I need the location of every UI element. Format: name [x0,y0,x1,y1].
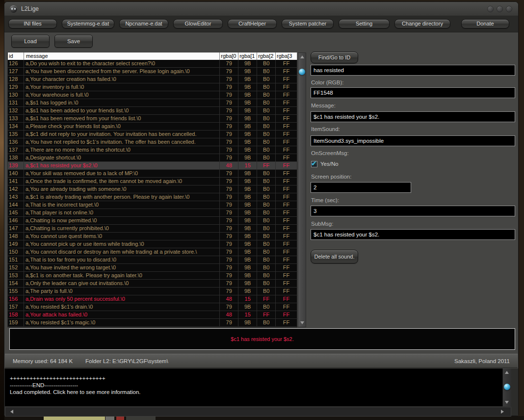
save-button[interactable]: Save [54,35,93,48]
table-row[interactable]: 146a,Chatting is now permitted.\0799BB0F… [8,217,297,225]
scroll-thumb[interactable] [299,69,305,75]
cell-rgba3: FF [276,288,297,295]
table-row[interactable]: 150a,You cannot discard or destroy an it… [8,248,297,256]
cell-rgba0: 79 [220,123,238,130]
cell-id: 128 [8,76,24,83]
search-input[interactable] [311,65,515,76]
table-row[interactable]: 128a,Your character creation has failed.… [8,76,297,83]
column-header-rgba0[interactable]: rgba[0 [220,52,238,60]
scroll-right-arrow-icon[interactable] [501,410,504,414]
tab-systemmsg[interactable]: Systemmsg-e.dat [62,19,114,28]
table-row[interactable]: 137a,There are no more items in the shor… [8,146,297,154]
cell-id: 141 [8,178,24,185]
onscreenmsg-checkbox[interactable] [311,161,317,167]
tab-gloweditor[interactable]: GlowEditor [173,19,223,28]
table-row[interactable]: 133a,$s1 has been removed from your frie… [8,115,297,123]
table-row[interactable]: 148a,You cannot use quest items.\0799BB0… [8,233,297,240]
table-row[interactable]: 136a,You have not replied to $c1's invit… [8,138,297,146]
cell-id: 127 [8,68,24,75]
column-header-rgba3[interactable]: rgba[3 [276,52,297,60]
table-row[interactable]: 141a,Once the trade is confirmed, the it… [8,178,297,185]
cell-message: a,Once the trade is confirmed, the item … [24,178,220,185]
table-row[interactable]: 127a,You have been disconnected from the… [8,68,297,76]
scroll-up-arrow-icon[interactable] [505,371,509,374]
log-line[interactable]: Load completed. Click here to see more i… [10,389,499,395]
message-input[interactable] [311,111,515,122]
scroll-up-arrow-icon[interactable] [300,55,304,58]
horizontal-scrollbar[interactable] [5,407,511,417]
table-row[interactable]: 158a,Your attack has failed.\04815FFFF [8,311,297,319]
cell-message: a,You cannot use quest items.\0 [24,233,220,240]
table-header[interactable]: id message rgba[0 rgba[1 rgba[2 rgba[3 [8,52,297,60]
column-header-id[interactable]: id [8,52,24,60]
window-close-button[interactable] [506,6,512,12]
tab-crafthelper[interactable]: CraftHelper [228,19,277,28]
tab-ini-files[interactable]: INI files [8,19,57,28]
cell-message: a,$s1 has been removed from your friends… [24,115,220,122]
table-row[interactable]: 147a,Chatting is currently prohibited.\0… [8,225,297,233]
cell-rgba1: 9B [238,154,257,161]
desktop-taskbar-sliver [4,416,524,420]
submsg-input[interactable] [311,229,515,240]
cell-rgba0: 79 [220,193,238,201]
cell-rgba0: 79 [220,201,238,209]
load-button[interactable]: Load [11,35,50,48]
find-go-to-id-button[interactable]: Find/Go to ID [311,52,358,63]
table-row[interactable]: 153a,$c1 is on another task. Please try … [8,272,297,280]
tab-change-directory[interactable]: Change directory [394,19,450,28]
screen-position-input[interactable] [311,182,411,193]
column-header-rgba1[interactable]: rgba[1 [238,52,257,60]
itemsound-input[interactable] [311,135,515,146]
table-row[interactable]: 135a,$c1 did not reply to your invitatio… [8,131,297,138]
color-input[interactable] [311,87,515,98]
log-scrollbar[interactable] [502,368,511,406]
cell-message: a,$c1 is already trading with another pe… [24,193,220,201]
scroll-thumb[interactable] [504,384,510,390]
table-row[interactable]: 151a,That is too far from you to discard… [8,256,297,264]
table-row[interactable]: 131a,$s1 has logged in.\0799BB0FF [8,99,297,107]
column-header-message[interactable]: message [24,52,220,60]
table-row[interactable]: 156a,Drain was only 50 percent successfu… [8,295,297,303]
folder-path-text: Folder L2: E:\GRY\L2GF\system\ [85,358,168,364]
table-row[interactable]: 144a,That is the incorrect target.\0799B… [8,201,297,209]
cell-rgba0: 79 [220,131,238,138]
scroll-down-arrow-icon[interactable] [505,401,509,404]
scroll-down-arrow-icon[interactable] [300,321,304,324]
log-output[interactable]: +++++++++++++++++++++++++++++-----------… [5,368,502,406]
table-row[interactable]: 152a,You have invited the wrong target.\… [8,264,297,272]
credit-text: Sakaszli, Poland 2011 [454,358,510,364]
table-row[interactable]: 138a,Designate shortcut.\0799BB0FF [8,154,297,162]
tab-donate[interactable]: Donate [461,19,509,28]
table-row[interactable]: 149a,You cannot pick up or use items whi… [8,240,297,248]
tab-setting[interactable]: Setting [339,19,390,28]
column-header-rgba2[interactable]: rgba[2 [257,52,276,60]
table-scrollbar[interactable] [298,52,306,327]
table-row[interactable]: 143a,$c1 is already trading with another… [8,193,297,201]
time-input[interactable] [311,206,515,216]
cell-rgba2: B0 [257,248,276,256]
delete-all-sound-button[interactable]: Delete all sound. [311,250,358,263]
table-row[interactable]: 142a,You are already trading with someon… [8,185,297,193]
cell-rgba1: 15 [238,162,257,169]
cell-rgba0: 79 [220,107,238,114]
table-row[interactable]: 145a,That player is not online.\0799BB0F… [8,209,297,217]
screen: L2Lige INI files Systemmsg-e.dat Npcname… [0,0,524,420]
table-row[interactable]: 139a,$c1 has resisted your $s2.\04815FFF… [8,162,297,170]
table-row[interactable]: 155a,The party is full.\0799BB0FF [8,288,297,295]
table-row[interactable]: 129a,Your inventory is full.\0799BB0FF [8,83,297,91]
table-row[interactable]: 157a,You resisted $c1's drain.\0799BB0FF [8,303,297,311]
tab-system-patcher[interactable]: System patcher [282,19,334,28]
table-row[interactable]: 140a,Your skill was removed due to a lac… [8,170,297,178]
table-row[interactable]: 159a,You resisted $c1's magic.\0799BB0FF [8,319,297,327]
window-minimize-button[interactable] [487,6,494,12]
table-row[interactable]: 134a,Please check your friends list agai… [8,123,297,131]
table-row[interactable]: 130a,Your warehouse is full.\0799BB0FF [8,91,297,99]
window-maximize-button[interactable] [497,6,503,12]
scroll-left-arrow-icon[interactable] [10,410,13,414]
table-row[interactable]: 126a,Do you wish to exit to the characte… [8,60,297,68]
cell-id: 142 [8,185,24,193]
titlebar[interactable]: L2Lige [4,2,518,16]
table-row[interactable]: 132a,$s1 has been added to your friends … [8,107,297,115]
table-row[interactable]: 154a,Only the leader can give out invita… [8,280,297,288]
tab-npcname[interactable]: Npcname-e.dat [119,19,168,28]
